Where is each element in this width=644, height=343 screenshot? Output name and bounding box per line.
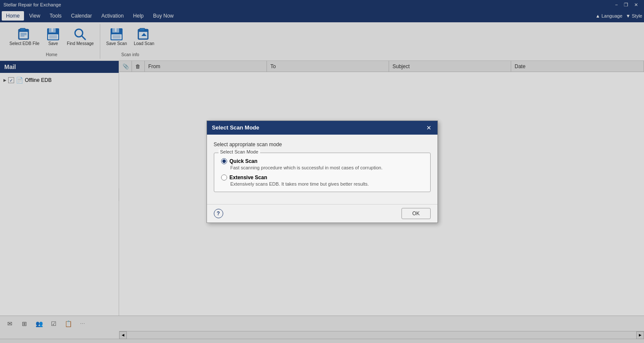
dialog-description: Select appropriate scan mode: [214, 141, 431, 147]
dialog-groupbox: Select Scan Mode Quick Scan Fast scannin…: [214, 153, 431, 192]
quick-scan-option: Quick Scan Fast scanning procedure which…: [221, 158, 423, 170]
dialog-overlay: Select Scan Mode ✕ Select appropriate sc…: [0, 0, 644, 343]
quick-scan-label[interactable]: Quick Scan: [221, 158, 423, 164]
dialog-help-button[interactable]: ?: [214, 209, 223, 218]
dialog-title: Select Scan Mode: [212, 124, 260, 131]
dialog-close-button[interactable]: ✕: [425, 124, 432, 131]
dialog-titlebar: Select Scan Mode ✕: [207, 121, 437, 135]
quick-scan-radio[interactable]: [221, 158, 227, 164]
quick-scan-desc: Fast scanning procedure which is success…: [231, 165, 423, 170]
dialog-ok-button[interactable]: OK: [401, 208, 430, 219]
extensive-scan-label[interactable]: Extensive Scan: [221, 175, 423, 181]
quick-scan-text: Quick Scan: [230, 158, 258, 164]
extensive-scan-radio[interactable]: [221, 175, 227, 181]
extensive-scan-text: Extensive Scan: [230, 175, 267, 181]
extensive-scan-desc: Extensively scans EDB. It takes more tim…: [231, 181, 423, 187]
dialog-groupbox-legend: Select Scan Mode: [219, 149, 260, 154]
select-scan-mode-dialog: Select Scan Mode ✕ Select appropriate sc…: [207, 120, 438, 223]
dialog-footer: ? OK: [207, 204, 437, 223]
dialog-body: Select appropriate scan mode Select Scan…: [207, 135, 437, 204]
extensive-scan-option: Extensive Scan Extensively scans EDB. It…: [221, 175, 423, 187]
